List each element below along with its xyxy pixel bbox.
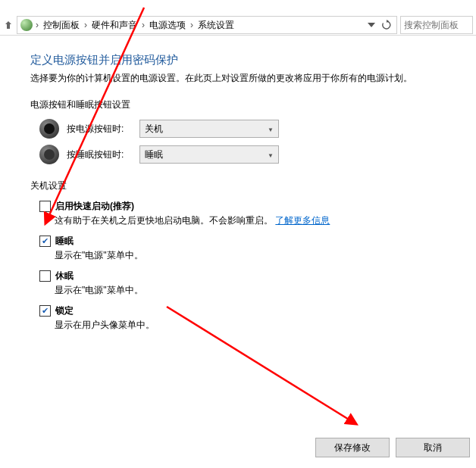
breadcrumb-item[interactable]: 控制面板: [42, 19, 81, 32]
chevron-right-icon: ›: [34, 20, 40, 30]
history-dropdown-button[interactable]: [365, 18, 378, 32]
power-button-icon: [39, 119, 59, 139]
chevron-right-icon: ›: [83, 20, 89, 30]
option-desc: 这有助于在关机之后更快地启动电脑。不会影响重启。: [55, 215, 273, 226]
sleep-button-select[interactable]: 睡眠 ▼: [139, 145, 279, 164]
select-value: 睡眠: [145, 148, 163, 161]
checkbox-sleep[interactable]: ✔: [39, 236, 51, 247]
chevron-right-icon: ›: [189, 20, 195, 30]
breadcrumb-item[interactable]: 电源选项: [148, 19, 187, 32]
page-title: 定义电源按钮并启用密码保护: [30, 53, 446, 67]
option-desc: 显示在"电源"菜单中。: [55, 284, 446, 297]
section-title-shutdown: 关机设置: [30, 179, 446, 192]
power-button-select[interactable]: 关机 ▼: [139, 120, 279, 138]
save-button[interactable]: 保存修改: [315, 438, 390, 457]
checkbox-lock[interactable]: ✔: [39, 305, 51, 317]
breadcrumb-bar[interactable]: › 控制面板 › 硬件和声音 › 电源选项 › 系统设置: [17, 16, 397, 34]
power-button-row: 按电源按钮时: 关机 ▼: [39, 119, 446, 139]
sleep-button-label: 按睡眠按钮时:: [67, 148, 132, 161]
option-hibernate: 休眠 显示在"电源"菜单中。: [39, 270, 446, 297]
learn-more-link[interactable]: 了解更多信息: [275, 215, 330, 226]
select-value: 关机: [145, 123, 163, 136]
sleep-button-icon: [39, 145, 59, 164]
option-label: 休眠: [55, 270, 74, 282]
section-title-buttons: 电源按钮和睡眠按钮设置: [30, 98, 446, 111]
chevron-down-icon: ▼: [268, 150, 274, 159]
option-desc: 显示在"电源"菜单中。: [55, 249, 446, 262]
option-label: 睡眠: [55, 235, 74, 248]
checkbox-fast-startup[interactable]: [39, 201, 51, 212]
option-sleep: ✔ 睡眠 显示在"电源"菜单中。: [39, 235, 446, 262]
search-input[interactable]: [400, 16, 473, 34]
sleep-button-row: 按睡眠按钮时: 睡眠 ▼: [39, 145, 446, 164]
option-fast-startup: 启用快速启动(推荐) 这有助于在关机之后更快地启动电脑。不会影响重启。 了解更多…: [39, 200, 446, 227]
option-label: 启用快速启动(推荐): [55, 200, 134, 213]
cancel-button[interactable]: 取消: [396, 438, 470, 457]
option-lock: ✔ 锁定 显示在用户头像菜单中。: [39, 304, 446, 332]
breadcrumb-item[interactable]: 系统设置: [196, 19, 236, 32]
control-panel-icon: [20, 19, 33, 31]
refresh-button[interactable]: [380, 18, 393, 32]
page-subtitle: 选择要为你的计算机设置的电源设置。在此页上对设置所做的更改将应用于你所有的电源计…: [30, 72, 446, 85]
nav-up-button[interactable]: [3, 17, 14, 33]
option-label: 锁定: [55, 304, 74, 317]
chevron-right-icon: ›: [140, 20, 146, 30]
power-button-label: 按电源按钮时:: [67, 123, 132, 136]
checkbox-hibernate[interactable]: [39, 270, 51, 282]
option-desc: 显示在用户头像菜单中。: [55, 319, 446, 332]
breadcrumb-item[interactable]: 硬件和声音: [90, 19, 139, 32]
chevron-down-icon: ▼: [268, 124, 274, 133]
